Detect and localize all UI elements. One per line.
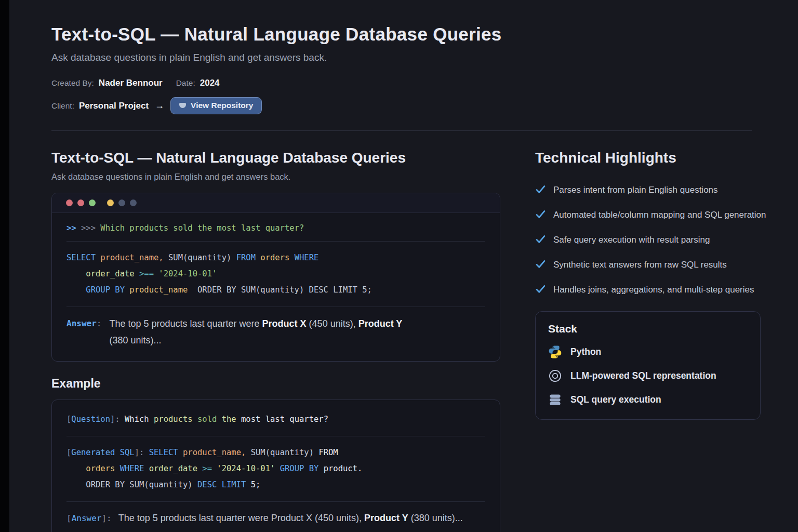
- highlight-text: Handles joins, aggregations, and multi-s…: [553, 282, 754, 297]
- example-answer-row: [Answer]: The top 5 products last quarte…: [66, 510, 485, 526]
- stack-item-label: LLM-powered SQL representation: [570, 370, 716, 381]
- meta-row: Created By: Nader Bennour Date: 2024: [51, 78, 785, 88]
- example-question-line: [Question]: Which products sold the most…: [66, 411, 485, 428]
- terminal-separator-1: [66, 241, 485, 242]
- window-dot-red-2: [77, 200, 84, 206]
- check-icon: [535, 284, 546, 295]
- page-subtitle: Ask database questions in plain English …: [51, 52, 785, 63]
- terminal-sql-line-3: GROUP BY product_name ORDER BY SUM(quant…: [66, 282, 485, 298]
- example-sql-line-1: [Generated SQL]: SELECT product_name, SU…: [66, 445, 485, 461]
- terminal-sql-line-2: order_date >== '2024-10-01': [66, 266, 485, 282]
- highlights-list: Parses intent from plain English questio…: [535, 182, 786, 297]
- llm-swirl-icon: [548, 369, 562, 383]
- highlight-text: Parses intent from plain English questio…: [553, 182, 718, 197]
- highlight-item: Handles joins, aggregations, and multi-s…: [535, 282, 786, 297]
- highlight-text: Safe query execution with result parsing: [553, 232, 710, 247]
- client-row: Client: Personal Project → View Reposito…: [51, 97, 785, 114]
- section-title: Text-to-SQL — Natural Language Database …: [51, 150, 500, 166]
- highlight-text: Synthetic text answers from raw SQL resu…: [553, 257, 727, 272]
- stack-item-python: Python: [548, 345, 748, 359]
- database-icon: [548, 393, 562, 407]
- window-dot-green: [89, 200, 96, 206]
- stack-item-label: SQL query execution: [570, 394, 661, 405]
- terminal-answer-row: Answer: The top 5 products last quarter …: [66, 315, 485, 349]
- example-sql-line-3: ORDER BY SUM(quantity) DESC LIMIT 5;: [66, 477, 485, 493]
- terminal-window-header: [52, 193, 500, 213]
- date-label: Date:: [176, 78, 195, 88]
- terminal-window: >> >>> Which products sold the most last…: [51, 193, 500, 362]
- stack-title: Stack: [548, 323, 748, 335]
- example-sql-line-2: orders WHERE order_date >= '2024-10-01' …: [66, 461, 485, 477]
- terminal-window-body: >> >>> Which products sold the most last…: [52, 213, 500, 361]
- created-by-value: Nader Bennour: [99, 78, 163, 88]
- check-icon: [535, 184, 546, 195]
- terminal-prompt-line: >> >>> Which products sold the most last…: [66, 221, 485, 233]
- terminal-sql-line-1: SELECT product_name, SUM(quantity) FROM …: [66, 250, 485, 266]
- terminal-separator-2: [66, 307, 485, 307]
- section-subtitle: Ask database questions in plain English …: [51, 172, 500, 182]
- highlight-text: Automated table/column mapping and SQL g…: [553, 207, 766, 222]
- client-label: Client:: [51, 101, 74, 111]
- created-by-label: Created By:: [51, 78, 94, 88]
- client-value: Personal Project: [79, 101, 149, 111]
- python-icon: [548, 345, 562, 359]
- stack-item-llm: LLM-powered SQL representation: [548, 369, 748, 383]
- highlights-title: Technical Highlights: [535, 150, 786, 166]
- check-icon: [535, 209, 546, 220]
- terminal-answer-text: The top 5 products last quarter were Pro…: [109, 315, 420, 349]
- stack-item-sql: SQL query execution: [548, 393, 748, 407]
- arrow-right-icon: →: [155, 100, 164, 111]
- terminal-answer-label: Answer:: [66, 315, 101, 349]
- view-repository-button[interactable]: View Repository: [170, 97, 262, 114]
- check-icon: [535, 259, 546, 270]
- highlight-item: Parses intent from plain English questio…: [535, 182, 786, 197]
- window-dot-slate-2: [130, 200, 137, 206]
- repository-icon: [179, 103, 186, 108]
- example-box: [Question]: Which products sold the most…: [51, 400, 500, 532]
- stack-item-label: Python: [570, 347, 601, 357]
- aside-column: Technical Highlights Parses intent from …: [535, 150, 786, 532]
- highlight-item: Synthetic text answers from raw SQL resu…: [535, 257, 786, 272]
- window-dot-yellow: [107, 200, 114, 206]
- stack-card: Stack Python: [535, 311, 761, 420]
- project-page: Text-to-SQL — Natural Language Database …: [0, 0, 798, 532]
- example-separator-2: [66, 501, 485, 502]
- header-divider: [51, 130, 752, 131]
- example-answer-label: [Answer]:: [66, 510, 112, 526]
- view-repository-label: View Repository: [191, 101, 253, 110]
- check-icon: [535, 234, 546, 245]
- main-column: Text-to-SQL — Natural Language Database …: [51, 150, 500, 532]
- highlight-item: Safe query execution with result parsing: [535, 232, 786, 247]
- example-answer-text: The top 5 products last quarter were Pro…: [118, 510, 463, 526]
- example-heading: Example: [51, 377, 500, 391]
- page-title: Text-to-SQL — Natural Language Database …: [51, 24, 785, 45]
- page-left-edge: [0, 0, 9, 532]
- window-dot-slate-1: [118, 200, 125, 206]
- example-separator-1: [66, 436, 485, 436]
- window-dot-red-1: [66, 200, 73, 206]
- highlight-item: Automated table/column mapping and SQL g…: [535, 207, 786, 222]
- date-value: 2024: [200, 78, 220, 88]
